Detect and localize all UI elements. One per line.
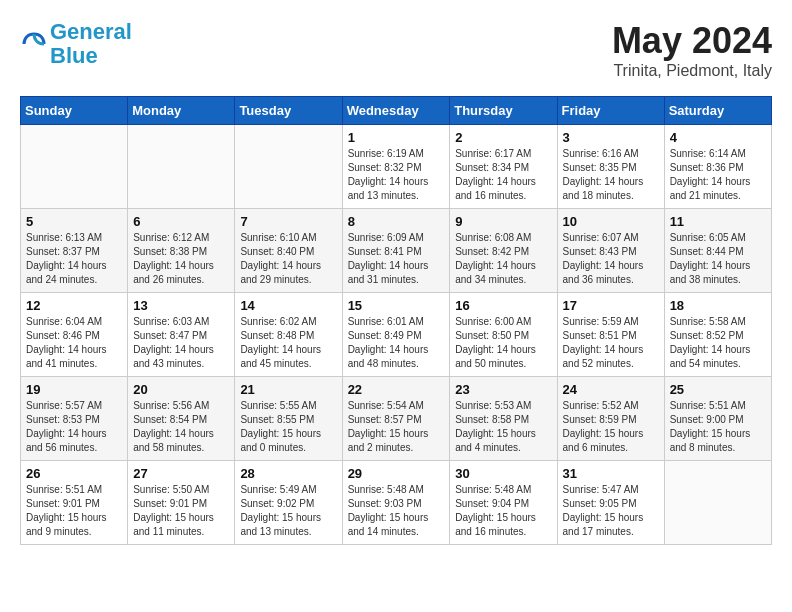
day-number: 11	[670, 214, 766, 229]
day-info: Sunrise: 5:57 AMSunset: 8:53 PMDaylight:…	[26, 399, 122, 455]
title-block: May 2024 Trinita, Piedmont, Italy	[612, 20, 772, 80]
day-info: Sunrise: 6:17 AMSunset: 8:34 PMDaylight:…	[455, 147, 551, 203]
day-info: Sunrise: 6:14 AMSunset: 8:36 PMDaylight:…	[670, 147, 766, 203]
day-cell: 4Sunrise: 6:14 AMSunset: 8:36 PMDaylight…	[664, 125, 771, 209]
day-info: Sunrise: 5:51 AMSunset: 9:00 PMDaylight:…	[670, 399, 766, 455]
day-info: Sunrise: 6:16 AMSunset: 8:35 PMDaylight:…	[563, 147, 659, 203]
day-info: Sunrise: 6:07 AMSunset: 8:43 PMDaylight:…	[563, 231, 659, 287]
day-number: 24	[563, 382, 659, 397]
main-title: May 2024	[612, 20, 772, 62]
day-number: 13	[133, 298, 229, 313]
day-cell: 10Sunrise: 6:07 AMSunset: 8:43 PMDayligh…	[557, 209, 664, 293]
subtitle: Trinita, Piedmont, Italy	[612, 62, 772, 80]
day-cell: 3Sunrise: 6:16 AMSunset: 8:35 PMDaylight…	[557, 125, 664, 209]
day-info: Sunrise: 6:04 AMSunset: 8:46 PMDaylight:…	[26, 315, 122, 371]
day-cell: 22Sunrise: 5:54 AMSunset: 8:57 PMDayligh…	[342, 377, 450, 461]
day-number: 1	[348, 130, 445, 145]
day-cell: 31Sunrise: 5:47 AMSunset: 9:05 PMDayligh…	[557, 461, 664, 545]
day-cell: 20Sunrise: 5:56 AMSunset: 8:54 PMDayligh…	[128, 377, 235, 461]
day-number: 4	[670, 130, 766, 145]
logo-icon	[20, 30, 48, 58]
day-cell: 15Sunrise: 6:01 AMSunset: 8:49 PMDayligh…	[342, 293, 450, 377]
day-info: Sunrise: 6:02 AMSunset: 8:48 PMDaylight:…	[240, 315, 336, 371]
week-row-2: 5Sunrise: 6:13 AMSunset: 8:37 PMDaylight…	[21, 209, 772, 293]
day-number: 2	[455, 130, 551, 145]
day-cell: 11Sunrise: 6:05 AMSunset: 8:44 PMDayligh…	[664, 209, 771, 293]
day-number: 22	[348, 382, 445, 397]
weekday-header-friday: Friday	[557, 97, 664, 125]
day-number: 12	[26, 298, 122, 313]
day-info: Sunrise: 5:52 AMSunset: 8:59 PMDaylight:…	[563, 399, 659, 455]
logo: General Blue	[20, 20, 132, 68]
day-info: Sunrise: 6:09 AMSunset: 8:41 PMDaylight:…	[348, 231, 445, 287]
day-number: 25	[670, 382, 766, 397]
day-cell: 29Sunrise: 5:48 AMSunset: 9:03 PMDayligh…	[342, 461, 450, 545]
day-cell: 8Sunrise: 6:09 AMSunset: 8:41 PMDaylight…	[342, 209, 450, 293]
day-info: Sunrise: 5:59 AMSunset: 8:51 PMDaylight:…	[563, 315, 659, 371]
logo-blue: Blue	[50, 43, 98, 68]
day-info: Sunrise: 5:48 AMSunset: 9:04 PMDaylight:…	[455, 483, 551, 539]
weekday-header-monday: Monday	[128, 97, 235, 125]
weekday-row: SundayMondayTuesdayWednesdayThursdayFrid…	[21, 97, 772, 125]
day-number: 14	[240, 298, 336, 313]
day-cell: 17Sunrise: 5:59 AMSunset: 8:51 PMDayligh…	[557, 293, 664, 377]
day-info: Sunrise: 5:55 AMSunset: 8:55 PMDaylight:…	[240, 399, 336, 455]
day-number: 23	[455, 382, 551, 397]
day-info: Sunrise: 5:56 AMSunset: 8:54 PMDaylight:…	[133, 399, 229, 455]
day-number: 19	[26, 382, 122, 397]
day-cell: 21Sunrise: 5:55 AMSunset: 8:55 PMDayligh…	[235, 377, 342, 461]
day-cell	[128, 125, 235, 209]
day-cell	[664, 461, 771, 545]
day-info: Sunrise: 5:48 AMSunset: 9:03 PMDaylight:…	[348, 483, 445, 539]
day-cell: 16Sunrise: 6:00 AMSunset: 8:50 PMDayligh…	[450, 293, 557, 377]
day-number: 17	[563, 298, 659, 313]
day-info: Sunrise: 6:08 AMSunset: 8:42 PMDaylight:…	[455, 231, 551, 287]
calendar-body: 1Sunrise: 6:19 AMSunset: 8:32 PMDaylight…	[21, 125, 772, 545]
day-info: Sunrise: 5:58 AMSunset: 8:52 PMDaylight:…	[670, 315, 766, 371]
day-cell: 2Sunrise: 6:17 AMSunset: 8:34 PMDaylight…	[450, 125, 557, 209]
day-number: 26	[26, 466, 122, 481]
day-cell	[21, 125, 128, 209]
day-number: 3	[563, 130, 659, 145]
weekday-header-thursday: Thursday	[450, 97, 557, 125]
day-cell: 27Sunrise: 5:50 AMSunset: 9:01 PMDayligh…	[128, 461, 235, 545]
day-info: Sunrise: 5:50 AMSunset: 9:01 PMDaylight:…	[133, 483, 229, 539]
day-number: 7	[240, 214, 336, 229]
day-info: Sunrise: 6:00 AMSunset: 8:50 PMDaylight:…	[455, 315, 551, 371]
day-number: 21	[240, 382, 336, 397]
week-row-1: 1Sunrise: 6:19 AMSunset: 8:32 PMDaylight…	[21, 125, 772, 209]
day-cell: 19Sunrise: 5:57 AMSunset: 8:53 PMDayligh…	[21, 377, 128, 461]
day-number: 15	[348, 298, 445, 313]
day-info: Sunrise: 5:53 AMSunset: 8:58 PMDaylight:…	[455, 399, 551, 455]
day-cell: 6Sunrise: 6:12 AMSunset: 8:38 PMDaylight…	[128, 209, 235, 293]
day-info: Sunrise: 6:10 AMSunset: 8:40 PMDaylight:…	[240, 231, 336, 287]
day-number: 27	[133, 466, 229, 481]
calendar-table: SundayMondayTuesdayWednesdayThursdayFrid…	[20, 96, 772, 545]
day-number: 9	[455, 214, 551, 229]
day-info: Sunrise: 5:54 AMSunset: 8:57 PMDaylight:…	[348, 399, 445, 455]
day-number: 29	[348, 466, 445, 481]
weekday-header-tuesday: Tuesday	[235, 97, 342, 125]
day-info: Sunrise: 6:19 AMSunset: 8:32 PMDaylight:…	[348, 147, 445, 203]
day-number: 10	[563, 214, 659, 229]
logo-general: General	[50, 19, 132, 44]
week-row-3: 12Sunrise: 6:04 AMSunset: 8:46 PMDayligh…	[21, 293, 772, 377]
day-cell: 5Sunrise: 6:13 AMSunset: 8:37 PMDaylight…	[21, 209, 128, 293]
day-info: Sunrise: 6:12 AMSunset: 8:38 PMDaylight:…	[133, 231, 229, 287]
day-cell: 23Sunrise: 5:53 AMSunset: 8:58 PMDayligh…	[450, 377, 557, 461]
day-number: 5	[26, 214, 122, 229]
day-info: Sunrise: 5:49 AMSunset: 9:02 PMDaylight:…	[240, 483, 336, 539]
calendar-header: SundayMondayTuesdayWednesdayThursdayFrid…	[21, 97, 772, 125]
day-cell: 24Sunrise: 5:52 AMSunset: 8:59 PMDayligh…	[557, 377, 664, 461]
day-number: 30	[455, 466, 551, 481]
day-cell: 25Sunrise: 5:51 AMSunset: 9:00 PMDayligh…	[664, 377, 771, 461]
day-cell: 14Sunrise: 6:02 AMSunset: 8:48 PMDayligh…	[235, 293, 342, 377]
day-cell: 18Sunrise: 5:58 AMSunset: 8:52 PMDayligh…	[664, 293, 771, 377]
day-info: Sunrise: 6:01 AMSunset: 8:49 PMDaylight:…	[348, 315, 445, 371]
weekday-header-sunday: Sunday	[21, 97, 128, 125]
weekday-header-saturday: Saturday	[664, 97, 771, 125]
week-row-4: 19Sunrise: 5:57 AMSunset: 8:53 PMDayligh…	[21, 377, 772, 461]
day-cell: 1Sunrise: 6:19 AMSunset: 8:32 PMDaylight…	[342, 125, 450, 209]
day-info: Sunrise: 6:13 AMSunset: 8:37 PMDaylight:…	[26, 231, 122, 287]
day-number: 31	[563, 466, 659, 481]
